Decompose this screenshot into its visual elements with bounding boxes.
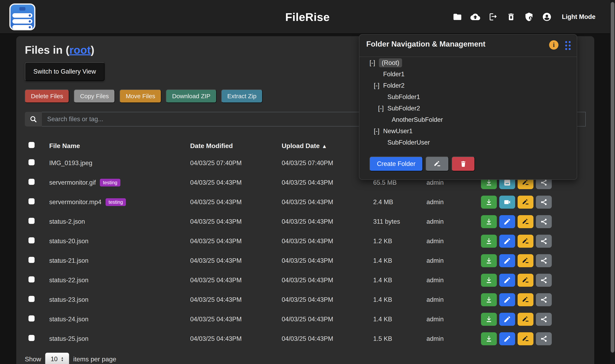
file-name[interactable]: status-22.json <box>49 277 89 284</box>
delete-files-button[interactable]: Delete Files <box>25 90 69 103</box>
tree-folder-label[interactable]: NewUser1 <box>383 128 413 135</box>
tree-folder-label[interactable]: SubFolderUser <box>387 139 430 146</box>
extract-zip-button[interactable]: Extract Zip <box>221 90 262 103</box>
tree-toggle[interactable]: [-] <box>374 82 383 89</box>
folder-tree-item[interactable]: SubFolderUser <box>359 137 577 148</box>
rename-button[interactable] <box>518 313 534 326</box>
download-zip-button[interactable]: Download ZIP <box>166 90 216 103</box>
rename-folder-button[interactable] <box>426 156 449 171</box>
download-button[interactable] <box>481 215 497 228</box>
file-name[interactable]: status-25.json <box>49 335 89 342</box>
column-file-name[interactable]: File Name <box>49 142 80 150</box>
create-folder-button[interactable]: Create Folder <box>369 156 423 171</box>
share-button[interactable] <box>536 274 552 287</box>
share-button[interactable] <box>536 215 552 228</box>
tree-folder-label[interactable]: SubFolder2 <box>387 105 420 112</box>
preview-button[interactable] <box>499 196 515 209</box>
download-button[interactable] <box>481 313 497 326</box>
file-name[interactable]: IMG_0193.jpeg <box>49 159 92 167</box>
share-button[interactable] <box>536 254 552 267</box>
folder-manager-icon[interactable] <box>453 12 462 22</box>
rename-button[interactable] <box>518 293 534 306</box>
tree-folder-label[interactable]: SubFolder1 <box>387 93 420 101</box>
account-icon[interactable] <box>542 12 552 22</box>
tree-toggle[interactable]: [-] <box>374 128 383 135</box>
folder-tree-item[interactable]: [-] NewUser1 <box>359 126 577 137</box>
scrollbar-thumb[interactable] <box>611 2 615 353</box>
row-checkbox[interactable] <box>28 276 35 283</box>
download-button[interactable] <box>481 196 497 209</box>
admin-panel-icon[interactable] <box>524 12 534 22</box>
delete-folder-button[interactable] <box>452 156 475 171</box>
file-name[interactable]: status-20.json <box>49 237 89 245</box>
preview-button[interactable] <box>499 235 515 248</box>
row-checkbox[interactable] <box>28 237 35 243</box>
tree-folder-label[interactable]: Folder1 <box>383 71 405 78</box>
info-icon[interactable]: i <box>549 40 559 50</box>
preview-button[interactable] <box>499 293 515 306</box>
preview-button[interactable] <box>499 274 515 287</box>
download-button[interactable] <box>481 254 497 267</box>
preview-button[interactable] <box>499 332 515 345</box>
gallery-view-button[interactable]: Switch to Gallery View <box>25 62 105 81</box>
file-name[interactable]: status-23.json <box>49 296 89 303</box>
upload-icon[interactable] <box>471 12 480 22</box>
restore-trash-icon[interactable] <box>506 12 516 22</box>
share-button[interactable] <box>536 235 552 248</box>
drag-handle-icon[interactable] <box>565 41 571 50</box>
row-checkbox[interactable] <box>28 257 35 263</box>
panel-divider <box>359 56 577 57</box>
select-all-checkbox[interactable] <box>28 142 35 148</box>
column-upload-date[interactable]: Upload Date▲ <box>282 142 327 150</box>
file-name[interactable]: servermonitor.gif <box>49 179 96 186</box>
share-button[interactable] <box>536 332 552 345</box>
theme-toggle[interactable]: Light Mode <box>562 13 595 21</box>
folder-tree-item[interactable]: Folder1 <box>359 68 577 80</box>
row-checkbox[interactable] <box>28 179 35 185</box>
rename-button[interactable] <box>518 274 534 287</box>
preview-button[interactable] <box>499 254 515 267</box>
rename-button[interactable] <box>518 332 534 345</box>
folder-tree-item[interactable]: AnotherSubFolder <box>359 114 577 126</box>
items-per-page-select[interactable]: 10 ▲▼ <box>45 353 69 364</box>
logout-icon[interactable] <box>488 12 498 22</box>
preview-button[interactable] <box>499 313 515 326</box>
tree-folder-label[interactable]: AnotherSubFolder <box>392 116 443 123</box>
folder-tree-item[interactable]: SubFolder1 <box>359 91 577 103</box>
rename-button[interactable] <box>518 235 534 248</box>
download-button[interactable] <box>481 332 497 345</box>
folder-tree-item[interactable]: [-] Folder2 <box>359 80 577 91</box>
root-link[interactable]: root <box>69 44 91 56</box>
share-button[interactable] <box>536 293 552 306</box>
column-date-modified[interactable]: Date Modified <box>190 142 233 150</box>
rename-button[interactable] <box>518 254 534 267</box>
download-button[interactable] <box>481 274 497 287</box>
row-checkbox[interactable] <box>28 198 35 204</box>
tree-folder-label[interactable]: (Root) <box>379 58 402 67</box>
file-name[interactable]: status-21.json <box>49 257 89 264</box>
share-button[interactable] <box>536 313 552 326</box>
tree-toggle[interactable]: [-] <box>378 105 387 112</box>
tree-toggle[interactable]: [-] <box>369 59 379 66</box>
row-checkbox[interactable] <box>28 296 35 302</box>
copy-files-button[interactable]: Copy Files <box>74 90 115 103</box>
preview-button[interactable] <box>499 215 515 228</box>
row-checkbox[interactable] <box>28 159 35 165</box>
row-checkbox[interactable] <box>28 315 35 322</box>
row-checkbox[interactable] <box>28 335 35 341</box>
share-button[interactable] <box>536 196 552 209</box>
page-scrollbar[interactable] <box>610 0 615 364</box>
rename-button[interactable] <box>518 215 534 228</box>
folder-tree-item[interactable]: [-] (Root) <box>359 57 577 68</box>
rename-button[interactable] <box>518 196 534 209</box>
file-name[interactable]: status-2.json <box>49 218 85 225</box>
folder-tree-item[interactable]: [-] SubFolder2 <box>359 103 577 114</box>
tree-folder-label[interactable]: Folder2 <box>383 82 405 89</box>
row-checkbox[interactable] <box>28 218 35 224</box>
download-button[interactable] <box>481 293 497 306</box>
download-button[interactable] <box>481 235 497 248</box>
file-name[interactable]: status-24.json <box>49 316 89 323</box>
move-files-button[interactable]: Move Files <box>119 90 161 103</box>
uploader-value: admin <box>426 296 444 303</box>
file-name[interactable]: servermonitor.mp4 <box>49 198 102 206</box>
